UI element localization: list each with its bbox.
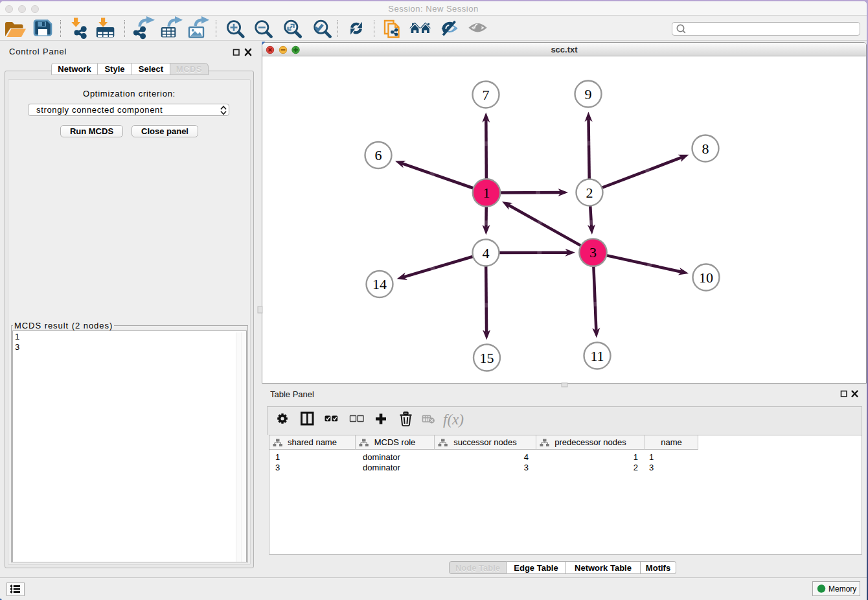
svg-text:15: 15 (480, 350, 494, 366)
svg-text:10: 10 (699, 270, 713, 286)
svg-text:11: 11 (590, 348, 604, 364)
svg-text:6: 6 (375, 147, 382, 163)
svg-text:1: 1 (483, 185, 490, 201)
svg-text:7: 7 (483, 87, 490, 103)
svg-text:8: 8 (702, 141, 709, 157)
svg-text:3: 3 (589, 244, 597, 260)
svg-text:9: 9 (585, 86, 592, 102)
svg-text:2: 2 (586, 185, 593, 201)
svg-text:14: 14 (372, 276, 387, 292)
svg-text:4: 4 (483, 245, 490, 261)
